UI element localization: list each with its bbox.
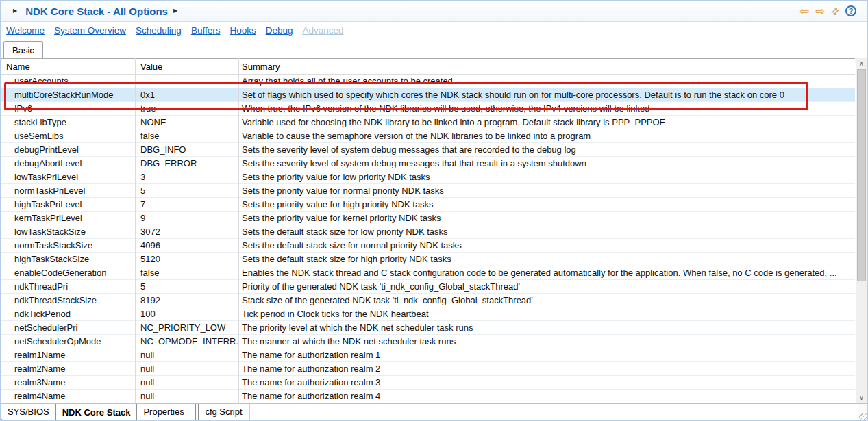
row-name: lowTaskStackSize (1, 227, 135, 237)
row-value: null (135, 363, 238, 374)
table-row[interactable]: debugPrintLevelDBG_INFOSets the severity… (1, 143, 855, 157)
tab-basic[interactable]: Basic (3, 41, 43, 58)
table-row[interactable]: kernTaskPriLevel9Sets the priority value… (1, 212, 855, 225)
nav-link-hooks[interactable]: Hooks (230, 25, 256, 36)
column-header-name[interactable]: Name (1, 59, 135, 74)
row-value: NC_OPMODE_INTERR... (135, 336, 238, 346)
sync-icon[interactable]: ⇄ (829, 5, 841, 17)
row-summary: Array that holds all of the user account… (238, 76, 855, 86)
row-name: stackLibType (1, 117, 135, 127)
column-header-summary[interactable]: Summary (238, 59, 855, 74)
help-icon[interactable]: ? (845, 5, 856, 16)
row-name: lowTaskPriLevel (1, 172, 135, 182)
row-value: NC_PRIORITY_LOW (135, 322, 238, 333)
row-value: 3072 (135, 227, 238, 237)
row-name: enableCodeGeneration (1, 268, 135, 278)
table-row[interactable]: netSchedulerPriNC_PRIORITY_LOWThe priori… (1, 321, 855, 335)
row-name: netSchedulerPri (1, 322, 135, 333)
bottom-tab-strip: SYS/BIOSNDK Core StackPropertiescfg Scri… (1, 403, 867, 421)
scroll-down-icon[interactable]: ∨ (856, 392, 867, 403)
row-name: ndkTickPeriod (1, 309, 135, 319)
forward-icon[interactable]: ⇨ (815, 5, 825, 17)
table-row[interactable]: realm2NamenullThe name for authorization… (1, 362, 855, 376)
back-icon[interactable]: ⇦ (799, 5, 809, 17)
table-row[interactable]: ndkThreadPri5Priority of the generated N… (1, 280, 855, 294)
row-value: DBG_INFO (135, 144, 238, 155)
scrollbar-thumb[interactable] (857, 69, 866, 281)
row-summary: Stack size of the generated NDK task 'ti… (238, 295, 855, 305)
column-divider[interactable] (238, 58, 239, 403)
table-row[interactable]: realm3NamenullThe name for authorization… (1, 376, 855, 390)
page-title: NDK Core Stack - All Options (25, 5, 168, 17)
view-tab-strip: Basic (1, 39, 867, 58)
table-row[interactable]: lowTaskStackSize3072Sets the default sta… (1, 225, 855, 239)
row-name: userAccounts (1, 76, 135, 86)
header-toolbar: ⇦ ⇨ ⇄ ? (799, 5, 856, 17)
nav-link-debug[interactable]: Debug (266, 25, 293, 36)
row-summary: The manner at which the NDK net schedule… (238, 336, 855, 346)
row-summary: Priority of the generated NDK task 'ti_n… (238, 281, 855, 292)
resize-grip[interactable] (859, 413, 867, 420)
table-row[interactable]: ndkThreadStackSize8192Stack size of the … (1, 294, 855, 307)
table-row[interactable]: useSemLibsfalseVariable to cause the sem… (1, 129, 855, 143)
bottom-tab-filler (249, 404, 858, 420)
table-row[interactable]: normTaskStackSize4096Sets the default st… (1, 239, 855, 253)
table-row[interactable]: IPv6trueWhen true, the IPv6 version of t… (1, 102, 855, 116)
row-summary: Sets the default stack size for low prio… (238, 227, 855, 237)
nav-links: WelcomeSystem OverviewSchedulingBuffersH… (1, 22, 867, 39)
row-value: false (135, 131, 238, 141)
row-name: normTaskPriLevel (1, 186, 135, 196)
table-row[interactable]: userAccountsArray that holds all of the … (1, 75, 855, 88)
row-summary: Sets the priority value for low priority… (238, 172, 855, 182)
table-row[interactable]: lowTaskPriLevel3Sets the priority value … (1, 170, 855, 184)
row-summary: Sets the priority value for high priorit… (238, 199, 855, 209)
bottom-tab-cfg-script[interactable]: cfg Script (198, 404, 249, 420)
row-value: 8192 (135, 295, 238, 305)
breadcrumb-caret-right-icon[interactable]: ▶ (173, 8, 177, 14)
row-summary: When true, the IPv6 version of the NDK l… (238, 103, 855, 114)
table-row[interactable]: netSchedulerOpModeNC_OPMODE_INTERR...The… (1, 335, 855, 348)
row-value: false (135, 268, 238, 278)
row-summary: Sets the default stack size for normal p… (238, 240, 855, 251)
column-divider[interactable] (135, 58, 136, 403)
row-name: debugAbortLevel (1, 158, 135, 168)
nav-link-welcome[interactable]: Welcome (6, 25, 45, 36)
table-row[interactable]: realm4NamenullThe name for authorization… (1, 390, 855, 403)
table-row[interactable]: debugAbortLevelDBG_ERRORSets the severit… (1, 157, 855, 170)
row-value: NONE (135, 117, 238, 127)
row-value: 5 (135, 281, 238, 292)
row-name: ndkThreadStackSize (1, 295, 135, 305)
row-summary: The name for authorization realm 4 (238, 391, 855, 401)
breadcrumb-caret-left-icon[interactable]: ▶ (13, 8, 17, 14)
nav-link-advanced: Advanced (302, 25, 343, 36)
row-value: 7 (135, 199, 238, 209)
table-row[interactable]: normTaskPriLevel5Sets the priority value… (1, 184, 855, 198)
nav-link-scheduling[interactable]: Scheduling (136, 25, 182, 36)
nav-link-system-overview[interactable]: System Overview (54, 25, 126, 36)
table-row[interactable]: enableCodeGenerationfalseEnables the NDK… (1, 266, 855, 280)
row-name: ndkThreadPri (1, 281, 135, 292)
nav-link-buffers[interactable]: Buffers (191, 25, 221, 36)
row-name: realm4Name (1, 391, 135, 401)
row-value: 5 (135, 186, 238, 196)
row-summary: Variable used for choosing the NDK libra… (238, 117, 855, 127)
table-row[interactable]: multiCoreStackRunMode0x1Set of flags whi… (1, 88, 855, 102)
table-row[interactable]: stackLibTypeNONEVariable used for choosi… (1, 116, 855, 129)
row-summary: Enables the NDK stack thread and C stack… (238, 268, 855, 278)
column-header-value[interactable]: Value (135, 59, 238, 74)
table-row[interactable]: highTaskStackSize5120Sets the default st… (1, 253, 855, 266)
row-name: highTaskPriLevel (1, 199, 135, 209)
row-summary: Set of flags which used to specify which… (238, 90, 855, 100)
vertical-scrollbar[interactable]: ∧ ∨ (856, 58, 867, 403)
table-row[interactable]: highTaskPriLevel7Sets the priority value… (1, 198, 855, 212)
bottom-tab-sys-bios[interactable]: SYS/BIOS (1, 404, 56, 420)
xgconf-config-editor: ▶ NDK Core Stack - All Options ▶ ⇦ ⇨ ⇄ ?… (0, 0, 868, 421)
table-row[interactable]: realm1NamenullThe name for authorization… (1, 348, 855, 362)
bottom-tab-properties[interactable]: Properties (136, 404, 196, 420)
bottom-tab-ndk-core-stack[interactable]: NDK Core Stack (55, 404, 138, 421)
row-value: 3 (135, 172, 238, 182)
table-row[interactable]: ndkTickPeriod100Tick period in Clock tic… (1, 307, 855, 321)
scroll-up-icon[interactable]: ∧ (856, 58, 867, 69)
row-summary: Sets the priority value for kernel prior… (238, 213, 855, 223)
row-name: useSemLibs (1, 131, 135, 141)
